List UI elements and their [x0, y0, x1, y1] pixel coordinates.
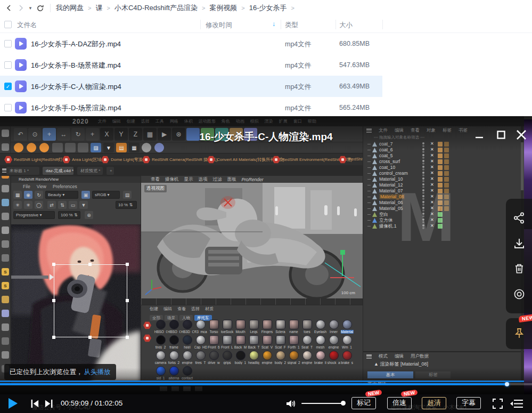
material-swatch[interactable]: Seat_T	[300, 335, 314, 349]
material-menu-item[interactable]: 创建	[150, 306, 158, 312]
breadcrumb-item[interactable]: 小木C4D-Redshift产品渲染	[114, 3, 198, 13]
c4d-menu-item[interactable]: 窗口	[293, 118, 302, 124]
material-tag-icon[interactable]	[438, 153, 443, 158]
palette-icon[interactable]	[2, 143, 9, 151]
material-swatch[interactable]: toes	[300, 320, 314, 334]
material-swatch[interactable]: Inner	[327, 320, 340, 334]
handle[interactable]	[88, 336, 92, 339]
fullscreen-icon[interactable]	[492, 398, 503, 409]
c4d-menu-item[interactable]: 角色	[222, 118, 230, 124]
tool-icon[interactable]	[14, 143, 23, 152]
tool-icon[interactable]	[52, 143, 63, 152]
material-swatch[interactable]: contact	[181, 366, 194, 380]
colorspace-select[interactable]: sRGB ▾	[92, 191, 120, 199]
object-row[interactable]: coat_10✕	[365, 165, 522, 171]
material-swatch[interactable]: toeSock	[220, 320, 234, 334]
object-name[interactable]: coat_5	[379, 153, 393, 158]
material-tag-icon[interactable]	[438, 159, 443, 164]
material-swatch[interactable]: engine	[327, 335, 340, 349]
object-name[interactable]: coat_6	[379, 147, 393, 152]
viewport-menu-item[interactable]: 过滤	[213, 176, 222, 183]
table-row[interactable]: 16-少女杀手-B-场景搭建.mp4mp4文件547.63MB	[0, 54, 532, 76]
c4d-menu-item[interactable]: 扩展	[279, 118, 288, 124]
volume-slider[interactable]	[301, 403, 344, 404]
redshift-plugin-label[interactable]: RedShift Light(RedShift灯光)	[14, 157, 68, 163]
prorender-menu[interactable]: ProRender	[242, 177, 264, 182]
material-swatch[interactable]: brake_li	[314, 351, 327, 365]
document-tab[interactable]: 未标题 1 *	[6, 167, 39, 175]
material-swatch[interactable]: Cap_HD	[194, 335, 207, 349]
progress-bar[interactable]	[0, 383, 532, 385]
palette-icon[interactable]	[2, 199, 9, 206]
am-menu-item[interactable]: 用户数据	[411, 353, 429, 360]
material-swatch[interactable]: Front_L	[220, 335, 234, 349]
circle-icon[interactable]: ◯	[35, 201, 43, 209]
bucket-icon[interactable]: ▦	[13, 191, 22, 199]
material-swatch[interactable]: engine	[181, 351, 194, 365]
zoom-level[interactable]: 100 % ⇅	[58, 211, 80, 219]
restart-icon[interactable]: ↻	[35, 191, 43, 199]
bucket-size[interactable]: 10 % ⇅	[116, 201, 137, 209]
palette-icon[interactable]	[2, 226, 9, 234]
column-modified[interactable]: 修改时间	[206, 21, 232, 30]
material-swatch[interactable]: shock_a	[327, 351, 340, 365]
tool-icon[interactable]	[154, 143, 164, 152]
render-mode-select[interactable]: Progressive ▾	[13, 211, 55, 219]
material-swatch[interactable]: forks_2	[167, 351, 181, 365]
tool-icon[interactable]: ▼	[103, 143, 114, 152]
new-tab-button[interactable]: +	[107, 167, 114, 175]
sort-desc-icon[interactable]: ↓	[272, 20, 275, 28]
breadcrumb-item[interactable]: 我的网盘	[56, 3, 84, 13]
material-swatch[interactable]: Forth_1	[287, 335, 300, 349]
material-swatch[interactable]: tires_T	[194, 351, 207, 365]
subtitle-button[interactable]: 字幕	[456, 397, 481, 409]
material-swatch[interactable]: HBSO_C	[167, 320, 181, 334]
back-icon[interactable]	[3, 2, 15, 14]
material-menu-item[interactable]: 查看	[177, 306, 186, 312]
material-swatch[interactable]: name	[287, 320, 300, 334]
material-swatch[interactable]: HB3D_C	[181, 320, 194, 334]
file-name[interactable]: 16-少女杀手-A-DAZ部分.mp4	[31, 39, 121, 49]
select-all-checkbox[interactable]	[4, 21, 12, 28]
c4d-menu-item[interactable]: 帮助	[308, 118, 316, 124]
material-swatch[interactable]: Torso	[207, 320, 220, 334]
material-menu-item[interactable]: 材质	[205, 306, 214, 312]
redshift-material-icon[interactable]	[143, 321, 151, 329]
table-row[interactable]: ✓16-少女杀手-C-人物渲染.mp4mp4文件663.49MB	[0, 76, 532, 97]
tool-icon[interactable]: ▨	[91, 143, 101, 152]
material-swatch[interactable]: Eyelash	[314, 320, 327, 334]
state-dot[interactable]	[422, 160, 424, 162]
next-button[interactable]	[44, 399, 54, 409]
redshift-material-icon[interactable]	[143, 334, 151, 342]
palette-icon[interactable]	[2, 296, 9, 303]
palette-icon[interactable]	[2, 213, 9, 220]
tool-icon[interactable]: ▦	[129, 143, 140, 152]
tool-icon[interactable]	[27, 143, 36, 152]
speed-button[interactable]: 倍速	[387, 397, 412, 409]
material-swatch[interactable]: frame	[167, 335, 181, 349]
c4d-timeline[interactable]	[141, 298, 363, 305]
viewport-view-label[interactable]: 透视视图	[144, 185, 167, 192]
material-swatch[interactable]: heel	[181, 335, 194, 349]
render-region-rect[interactable]	[54, 264, 127, 337]
handle[interactable]	[52, 263, 55, 266]
mark-button[interactable]: 标记	[351, 397, 376, 409]
row-checkbox[interactable]	[4, 104, 12, 111]
c4d-menu-item[interactable]: 工具	[155, 118, 164, 124]
material-tag-icon[interactable]	[438, 148, 443, 152]
handle[interactable]	[88, 263, 92, 266]
progress-knob[interactable]	[505, 382, 509, 386]
file-name[interactable]: 16-少女杀手-D-场景渲染.mp4	[31, 103, 121, 113]
delete-icon[interactable]	[513, 262, 526, 275]
viewport-menu-item[interactable]: 面板	[227, 176, 236, 183]
am-hamburger-icon[interactable]	[366, 354, 372, 359]
zoom-icon[interactable]: ⇅	[58, 201, 67, 209]
object-row[interactable]: coat_5✕	[365, 153, 522, 159]
renderview-menu-item[interactable]: Preferences	[53, 184, 77, 189]
object-name[interactable]: 摄像机.1	[379, 223, 397, 230]
row-checkbox[interactable]: ✓	[4, 83, 12, 90]
material-swatch[interactable]: body_1	[234, 351, 247, 365]
material-swatch[interactable]: sid_1	[154, 366, 167, 380]
handle[interactable]	[126, 299, 129, 302]
replay-link[interactable]: 从头播放	[84, 368, 111, 376]
